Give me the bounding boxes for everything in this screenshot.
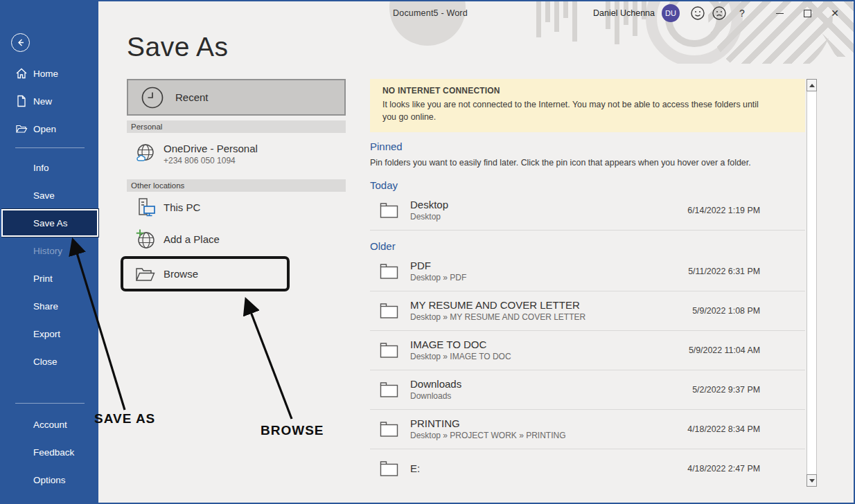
place-title: This PC <box>164 201 200 213</box>
recent-folders-panel: NO INTERNET CONNECTION It looks like you… <box>370 79 805 489</box>
sidebar-item-label: History <box>33 246 62 256</box>
folder-icon <box>380 202 398 219</box>
place-title: Add a Place <box>164 233 220 245</box>
pinned-header: Pinned <box>370 141 805 152</box>
warning-title: NO INTERNET CONNECTION <box>382 86 793 96</box>
folder-row[interactable]: IMAGE TO DOC Desktop » IMAGE TO DOC 5/9/… <box>370 331 805 370</box>
folder-name: IMAGE TO DOC <box>410 339 649 350</box>
open-folder-icon <box>15 123 28 135</box>
sidebar-item-label: Save <box>33 190 55 201</box>
sidebar-divider <box>15 147 85 148</box>
sidebar-item-label: New <box>33 96 52 107</box>
folder-icon <box>380 263 398 280</box>
user-name[interactable]: Daniel Uchenna <box>593 8 655 18</box>
folder-date: 5/9/2022 11:04 AM <box>649 345 760 355</box>
recent-tab[interactable]: Recent <box>127 79 346 116</box>
page-title: Save As <box>127 32 229 62</box>
scrollbar-track[interactable] <box>806 91 817 474</box>
sidebar-item-label: Home <box>33 69 58 79</box>
recent-tab-label: Recent <box>175 91 209 103</box>
folder-date: 5/11/2022 6:31 PM <box>649 267 760 276</box>
sidebar-item-home[interactable]: Home <box>1 60 98 87</box>
folder-row[interactable]: E: 4/18/2022 2:47 PM <box>370 449 805 489</box>
titlebar: Document5 - Word Daniel Uchenna DU ? ✕ <box>1 1 854 25</box>
new-document-icon <box>15 95 28 107</box>
folder-row[interactable]: Downloads Downloads 5/2/2022 9:37 PM <box>370 370 805 410</box>
place-browse[interactable]: Browse <box>127 258 346 290</box>
folder-icon <box>380 460 398 477</box>
section-header-personal: Personal <box>127 120 346 133</box>
document-title: Document5 - Word <box>393 8 468 18</box>
minimize-button[interactable] <box>768 3 791 23</box>
browse-folder-icon <box>134 264 157 284</box>
scroll-down-button[interactable] <box>806 474 817 487</box>
folder-path: Downloads <box>410 391 649 401</box>
folder-row[interactable]: PDF Desktop » PDF 5/11/2022 6:31 PM <box>370 252 805 291</box>
sidebar-item-options[interactable]: Options <box>1 466 98 494</box>
maximize-button[interactable] <box>795 3 819 23</box>
help-icon[interactable]: ? <box>732 8 752 19</box>
place-subtitle: +234 806 050 1094 <box>164 156 258 165</box>
sidebar-item-open[interactable]: Open <box>1 115 98 143</box>
save-locations-panel: Recent Personal OneDrive - Personal +234… <box>127 79 346 290</box>
sidebar-divider <box>15 403 85 404</box>
browse-arrow <box>247 301 292 419</box>
smiley-icon[interactable] <box>689 4 707 22</box>
clock-icon <box>141 86 164 109</box>
avatar[interactable]: DU <box>662 4 680 22</box>
folder-path: Desktop » MY RESUME AND COVER LETTER <box>410 312 649 322</box>
sidebar-item-info[interactable]: Info <box>1 154 98 181</box>
save-as-annotation-label: SAVE AS <box>94 411 155 426</box>
sidebar-item-close[interactable]: Close <box>1 348 98 375</box>
this-pc-icon <box>134 197 157 218</box>
sidebar-item-save[interactable]: Save <box>1 181 98 209</box>
close-button[interactable]: ✕ <box>823 3 847 23</box>
place-this-pc[interactable]: This PC <box>127 192 346 224</box>
sidebar-item-feedback[interactable]: Feedback <box>1 438 98 466</box>
warning-body: It looks like you are not connected to t… <box>382 99 774 124</box>
place-onedrive[interactable]: OneDrive - Personal +234 806 050 1094 <box>127 133 346 174</box>
folder-icon <box>380 421 398 438</box>
back-button[interactable] <box>11 33 30 52</box>
folder-icon <box>380 381 398 398</box>
onedrive-icon <box>134 143 157 165</box>
sidebar-item-save-as[interactable]: Save As <box>1 209 98 237</box>
folder-date: 5/2/2022 9:37 PM <box>649 385 760 395</box>
group-header-today: Today <box>370 179 805 191</box>
folder-row[interactable]: Desktop Desktop 6/14/2022 1:19 PM <box>370 191 805 231</box>
sidebar-item-label: Export <box>33 329 60 339</box>
sidebar-item-label: Feedback <box>33 447 74 458</box>
folder-row[interactable]: PRINTING Desktop » PROJECT WORK » PRINTI… <box>370 410 805 449</box>
folder-date: 5/9/2022 1:08 PM <box>649 306 760 316</box>
backstage-sidebar: Home New Open Info Save Save As History … <box>1 1 98 503</box>
sidebar-item-label: Account <box>33 420 67 430</box>
sidebar-item-export[interactable]: Export <box>1 320 98 348</box>
place-add-a-place[interactable]: Add a Place <box>127 224 346 255</box>
folder-date: 4/18/2022 2:47 PM <box>649 464 760 474</box>
folder-icon <box>380 342 398 359</box>
sidebar-item-print[interactable]: Print <box>1 264 98 292</box>
sidebar-item-label: Options <box>33 475 66 485</box>
sidebar-item-new[interactable]: New <box>1 87 98 115</box>
sidebar-item-label: Print <box>33 273 53 284</box>
folder-name: Desktop <box>410 199 649 210</box>
scrollbar[interactable] <box>806 79 817 487</box>
section-header-other-locations: Other locations <box>127 179 346 192</box>
place-title: Browse <box>164 268 198 280</box>
sidebar-item-share[interactable]: Share <box>1 292 98 320</box>
sidebar-item-history: History <box>1 237 98 264</box>
word-backstage-window: Document5 - Word Daniel Uchenna DU ? ✕ <box>0 0 855 504</box>
folder-date: 4/18/2022 8:34 PM <box>649 424 760 434</box>
sidebar-item-account[interactable]: Account <box>1 411 98 438</box>
folder-row[interactable]: MY RESUME AND COVER LETTER Desktop » MY … <box>370 291 805 331</box>
folder-date: 6/14/2022 1:19 PM <box>649 206 760 215</box>
folder-name: MY RESUME AND COVER LETTER <box>410 299 649 311</box>
folder-path: Desktop » PDF <box>410 273 649 282</box>
folder-path: Desktop <box>410 212 649 222</box>
sidebar-item-label: Close <box>33 357 58 367</box>
scroll-up-button[interactable] <box>806 79 817 91</box>
home-icon <box>15 67 28 80</box>
frown-icon[interactable] <box>710 4 728 22</box>
sidebar-item-label: Share <box>33 301 58 312</box>
folder-icon <box>380 303 398 319</box>
